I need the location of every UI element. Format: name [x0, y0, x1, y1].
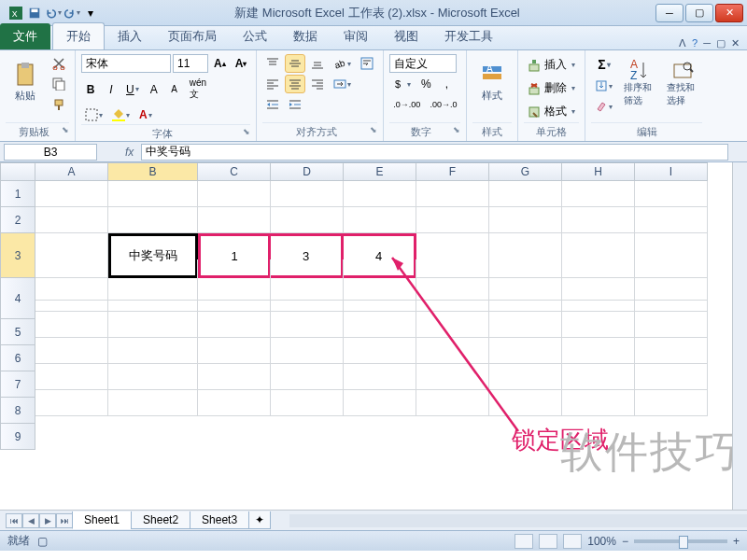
- autosum-button[interactable]: Σ: [591, 54, 616, 75]
- row-header-8[interactable]: 8: [0, 398, 35, 424]
- number-format-select[interactable]: [389, 54, 457, 73]
- row-header-2[interactable]: 2: [0, 207, 35, 233]
- clipboard-launcher-icon[interactable]: ⬊: [62, 125, 69, 134]
- macro-record-icon[interactable]: ▢: [37, 535, 48, 548]
- row-header-9[interactable]: 9: [0, 424, 35, 450]
- bold-button[interactable]: B: [81, 75, 100, 104]
- font-color-button[interactable]: A: [135, 105, 156, 124]
- doc-close-icon[interactable]: ✕: [731, 37, 740, 49]
- tab-review[interactable]: 审阅: [331, 23, 381, 49]
- tab-home[interactable]: 开始: [52, 22, 105, 49]
- vertical-scrollbar[interactable]: [732, 162, 747, 510]
- number-launcher-icon[interactable]: ⬊: [453, 125, 460, 134]
- sheet-nav-first[interactable]: ⏮: [6, 513, 22, 528]
- formula-bar[interactable]: 中奖号码: [141, 144, 728, 161]
- font-size-select[interactable]: [173, 54, 208, 73]
- sheet-tab-1[interactable]: Sheet1: [72, 511, 132, 529]
- format-cells-button[interactable]: 格式: [524, 101, 579, 122]
- delete-cells-button[interactable]: 删除: [524, 77, 579, 99]
- increase-decimal-button[interactable]: .0→.00: [389, 95, 424, 114]
- row-header-5[interactable]: 5: [0, 319, 35, 345]
- border-button[interactable]: [81, 105, 106, 124]
- sort-filter-button[interactable]: AZ 排序和筛选: [620, 54, 659, 110]
- tab-developer[interactable]: 开发工具: [431, 23, 506, 49]
- tab-data[interactable]: 数据: [280, 23, 331, 49]
- excel-icon[interactable]: X: [7, 5, 24, 21]
- align-right-button[interactable]: [307, 75, 328, 93]
- align-center-button[interactable]: [285, 75, 305, 93]
- col-header-f[interactable]: F: [416, 162, 489, 181]
- col-header-e[interactable]: E: [344, 162, 416, 181]
- align-middle-button[interactable]: [285, 54, 305, 73]
- insert-cells-button[interactable]: 插入: [524, 54, 579, 76]
- merge-button[interactable]: [330, 75, 355, 93]
- col-header-c[interactable]: C: [198, 162, 271, 181]
- maximize-button[interactable]: ▢: [685, 4, 713, 22]
- sheet-tab-2[interactable]: Sheet2: [131, 511, 190, 529]
- col-header-h[interactable]: H: [562, 162, 635, 181]
- doc-minimize-icon[interactable]: ─: [703, 37, 711, 49]
- col-header-d[interactable]: D: [271, 162, 344, 181]
- sheet-nav-last[interactable]: ⏭: [56, 513, 73, 528]
- help-icon[interactable]: ?: [692, 37, 698, 49]
- col-header-i[interactable]: I: [635, 162, 708, 181]
- alignment-launcher-icon[interactable]: ⬊: [370, 125, 377, 134]
- undo-icon[interactable]: [45, 5, 62, 21]
- row-header-3[interactable]: 3: [0, 233, 35, 278]
- decrease-font-button[interactable]: A: [165, 75, 184, 104]
- name-box[interactable]: B3: [4, 144, 97, 161]
- view-page-break-button[interactable]: [563, 534, 582, 549]
- orientation-button[interactable]: ab: [330, 54, 355, 73]
- tab-insert[interactable]: 插入: [105, 23, 155, 49]
- tab-formulas[interactable]: 公式: [230, 23, 280, 49]
- tab-page-layout[interactable]: 页面布局: [155, 23, 230, 49]
- grow-font-button[interactable]: A▴: [210, 54, 230, 73]
- underline-button[interactable]: U: [122, 75, 143, 104]
- view-normal-button[interactable]: [514, 534, 533, 549]
- select-all-corner[interactable]: [0, 162, 35, 181]
- file-tab[interactable]: 文件: [0, 23, 50, 49]
- new-sheet-button[interactable]: ✦: [248, 511, 271, 529]
- cut-button[interactable]: [49, 54, 69, 73]
- paste-button[interactable]: 粘贴: [6, 54, 45, 110]
- styles-button[interactable]: A 样式: [472, 54, 512, 110]
- row-header-7[interactable]: 7: [0, 371, 35, 398]
- row-header-6[interactable]: 6: [0, 345, 35, 371]
- row-header-1[interactable]: 1: [0, 181, 35, 207]
- col-header-g[interactable]: G: [489, 162, 562, 181]
- increase-indent-button[interactable]: [285, 95, 305, 114]
- decrease-indent-button[interactable]: [262, 95, 283, 114]
- save-icon[interactable]: [26, 5, 43, 21]
- sheet-nav-next[interactable]: ▶: [39, 513, 56, 528]
- minimize-button[interactable]: ─: [655, 4, 684, 22]
- doc-restore-icon[interactable]: ▢: [716, 37, 726, 49]
- zoom-out-button[interactable]: −: [622, 535, 628, 548]
- italic-button[interactable]: I: [102, 75, 120, 104]
- font-name-select[interactable]: [81, 54, 171, 73]
- col-header-b[interactable]: B: [108, 162, 198, 181]
- zoom-in-button[interactable]: +: [733, 535, 740, 548]
- sheet-nav-prev[interactable]: ◀: [22, 513, 39, 528]
- format-painter-button[interactable]: [49, 95, 69, 114]
- col-header-a[interactable]: A: [35, 162, 108, 181]
- find-select-button[interactable]: 查找和选择: [663, 54, 702, 110]
- decrease-decimal-button[interactable]: .00→.0: [426, 95, 460, 114]
- sheet-tab-3[interactable]: Sheet3: [190, 511, 249, 529]
- fx-icon[interactable]: fx: [125, 146, 134, 159]
- clear-button[interactable]: [591, 97, 616, 116]
- minimize-ribbon-icon[interactable]: ᐱ: [679, 37, 686, 49]
- shrink-font-button[interactable]: A▾: [232, 54, 251, 73]
- percent-button[interactable]: %: [416, 75, 435, 93]
- zoom-level[interactable]: 100%: [587, 535, 616, 548]
- align-top-button[interactable]: [262, 54, 283, 73]
- comma-button[interactable]: ,: [437, 75, 456, 93]
- horizontal-scrollbar[interactable]: [289, 514, 747, 527]
- accounting-format-button[interactable]: $: [389, 75, 415, 93]
- copy-button[interactable]: [49, 75, 69, 93]
- tab-view[interactable]: 视图: [381, 23, 431, 49]
- phonetic-button[interactable]: wén文: [186, 75, 210, 104]
- align-bottom-button[interactable]: [307, 54, 328, 73]
- align-left-button[interactable]: [262, 75, 283, 93]
- row-header-4[interactable]: 4: [0, 278, 35, 319]
- fill-button[interactable]: [591, 77, 616, 95]
